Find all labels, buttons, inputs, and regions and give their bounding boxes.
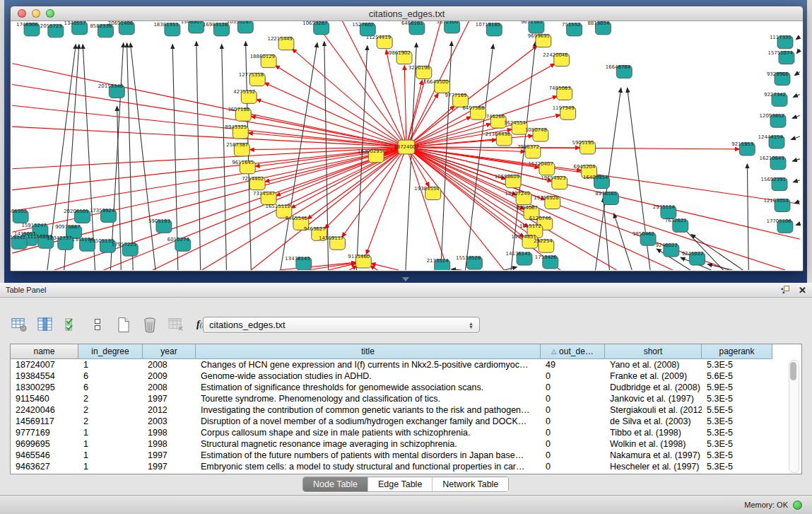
table-cell[interactable]: 0 xyxy=(541,393,605,404)
table-cell[interactable]: 2 xyxy=(78,416,143,427)
network-canvas[interactable]: 1872400718300295193845549115460122154491… xyxy=(11,21,801,270)
table-cell[interactable]: 2008 xyxy=(143,359,196,370)
table-cell[interactable]: 6 xyxy=(78,370,143,382)
table-cell[interactable]: 1 xyxy=(78,359,143,370)
table-cell[interactable]: 5.3E-5 xyxy=(702,461,772,472)
table-cell[interactable]: 1997 xyxy=(143,461,196,472)
table-cell[interactable]: 1 xyxy=(78,427,143,438)
table-selector-dropdown[interactable]: citations_edges.txt ▲▼ xyxy=(203,317,480,333)
float-panel-icon[interactable] xyxy=(781,286,790,294)
table-cell[interactable]: 1998 xyxy=(143,427,196,438)
table-cell[interactable]: 19384554 xyxy=(11,370,78,382)
table-cell[interactable]: Structural magnetic resonance image aver… xyxy=(196,438,541,450)
table-row[interactable]: 2242004622012Investigating the contribut… xyxy=(11,404,801,416)
table-cell[interactable]: 5.9E-5 xyxy=(702,382,772,393)
table-cell[interactable]: 5.5E-5 xyxy=(702,404,772,416)
table-cell[interactable]: Tourette syndrome. Phenomenology and cla… xyxy=(196,393,541,404)
show-column-button[interactable] xyxy=(36,315,54,334)
table-cell[interactable]: 5.3E-5 xyxy=(702,359,772,370)
tab-node-table[interactable]: Node Table xyxy=(303,477,368,491)
table-cell[interactable]: Stergiakouli et al. (2012) xyxy=(605,404,702,416)
table-cell[interactable]: 5.3E-5 xyxy=(702,438,772,450)
table-cell[interactable]: 22420046 xyxy=(11,404,78,416)
table-cell[interactable]: Estimation of significance thresholds fo… xyxy=(196,382,541,393)
panel-splitter-handle[interactable] xyxy=(402,277,409,281)
table-cell[interactable]: 14569117 xyxy=(11,416,78,427)
column-header-year[interactable]: year xyxy=(143,344,196,359)
table-cell[interactable]: 0 xyxy=(541,404,605,416)
table-settings-button[interactable] xyxy=(10,315,28,334)
column-header-in_degree[interactable]: in_degree xyxy=(78,344,143,359)
table-cell[interactable]: Wolkin et al. (1998) xyxy=(605,438,702,450)
table-cell[interactable]: Embryonic stem cells: a model to study s… xyxy=(196,461,541,472)
table-cell[interactable]: 1 xyxy=(78,438,143,450)
table-cell[interactable]: Yano et al. (2008) xyxy=(605,359,702,370)
table-cell[interactable]: 5.3E-5 xyxy=(702,416,772,427)
table-cell[interactable]: Genome-wide association studies in ADHD. xyxy=(196,370,541,382)
column-header-out_de[interactable]: △out_de… xyxy=(541,344,605,359)
table-cell[interactable]: 2 xyxy=(78,404,143,416)
table-cell[interactable]: Jankovic et al. (1997) xyxy=(605,393,702,404)
table-row[interactable]: 969969511998Structural magnetic resonanc… xyxy=(11,438,801,450)
table-cell[interactable]: 0 xyxy=(541,416,605,427)
table-cell[interactable]: 0 xyxy=(541,427,605,438)
table-cell[interactable]: 0 xyxy=(541,370,605,382)
zoom-window-icon[interactable] xyxy=(46,9,54,18)
table-cell[interactable]: 49 xyxy=(541,359,605,370)
column-header-short[interactable]: short xyxy=(605,344,702,359)
table-cell[interactable]: 1 xyxy=(78,461,143,472)
delete-button[interactable] xyxy=(141,315,159,334)
table-cell[interactable]: 2003 xyxy=(143,416,196,427)
table-cell[interactable]: 1 xyxy=(78,450,143,461)
close-panel-icon[interactable]: ✕ xyxy=(799,286,806,295)
minimize-window-icon[interactable] xyxy=(32,9,40,18)
table-cell[interactable]: 0 xyxy=(541,438,605,450)
table-cell[interactable]: 1997 xyxy=(143,450,196,461)
table-cell[interactable]: Nakamura et al. (1997) xyxy=(605,450,702,461)
column-header-pagerank[interactable]: pagerank xyxy=(702,344,772,359)
table-cell[interactable]: 2008 xyxy=(143,382,196,393)
table-cell[interactable]: 2 xyxy=(78,393,143,404)
table-row[interactable]: 1456911722003Disruption of a novel membe… xyxy=(11,416,801,427)
table-row[interactable]: 1938455462009Genome-wide association stu… xyxy=(11,370,801,382)
table-cell[interactable]: Changes of HCN gene expression and I(f) … xyxy=(196,359,541,370)
close-window-icon[interactable] xyxy=(18,9,26,18)
table-cell[interactable]: 9777169 xyxy=(11,427,78,438)
rows-button[interactable] xyxy=(88,315,107,334)
table-cell[interactable]: 5.6E-5 xyxy=(702,370,772,382)
column-checklist-button[interactable] xyxy=(62,315,81,334)
table-cell[interactable]: Tibbo et al. (1998) xyxy=(605,427,702,438)
table-cell[interactable]: 18300295 xyxy=(11,382,78,393)
table-cell[interactable]: 1997 xyxy=(143,393,196,404)
table-cell[interactable]: 5.3E-5 xyxy=(702,427,772,438)
table-cell[interactable]: 0 xyxy=(541,461,605,472)
table-cell[interactable]: 0 xyxy=(541,450,605,461)
table-cell[interactable]: 18724007 xyxy=(11,359,78,370)
table-row[interactable]: 1872400712008Changes of HCN gene express… xyxy=(11,359,801,370)
column-header-name[interactable]: name xyxy=(11,344,78,359)
network-window-titlebar[interactable]: citations_edges.txt xyxy=(11,6,803,21)
table-cell[interactable]: 6 xyxy=(78,382,143,393)
table-row[interactable]: 911546021997Tourette syndrome. Phenomeno… xyxy=(11,393,801,404)
table-cell[interactable]: 9465546 xyxy=(11,450,78,461)
new-document-button[interactable] xyxy=(114,315,133,334)
table-cell[interactable]: 5.3E-5 xyxy=(702,393,772,404)
table-cell[interactable]: 2009 xyxy=(143,370,196,382)
table-row[interactable]: 946554611997Estimation of the future num… xyxy=(11,450,801,461)
table-cell[interactable]: Estimation of the future numbers of pati… xyxy=(196,450,541,461)
table-cell[interactable]: Hescheler et al. (1997) xyxy=(605,461,702,472)
table-cell[interactable]: 9699695 xyxy=(11,438,78,450)
table-row[interactable]: 946362711997Embryonic stem cells: a mode… xyxy=(11,461,801,472)
table-cell[interactable]: 5.3E-5 xyxy=(702,450,772,461)
table-row[interactable]: 977716911998Corpus callosum shape and si… xyxy=(11,427,801,438)
table-cell[interactable]: de Silva et al. (2003) xyxy=(605,416,702,427)
table-cell[interactable]: 2012 xyxy=(143,404,196,416)
tab-edge-table[interactable]: Edge Table xyxy=(368,477,433,491)
table-cell[interactable]: 9463627 xyxy=(11,461,78,472)
table-cell[interactable]: 0 xyxy=(541,382,605,393)
table-row[interactable]: 1830029562008Estimation of significance … xyxy=(11,382,801,393)
table-cell[interactable]: Disruption of a novel member of a sodium… xyxy=(196,416,541,427)
table-cell[interactable]: 1998 xyxy=(143,438,196,450)
memory-status-icon[interactable] xyxy=(793,501,802,510)
table-cell[interactable]: Dudbridge et al. (2008) xyxy=(605,382,702,393)
